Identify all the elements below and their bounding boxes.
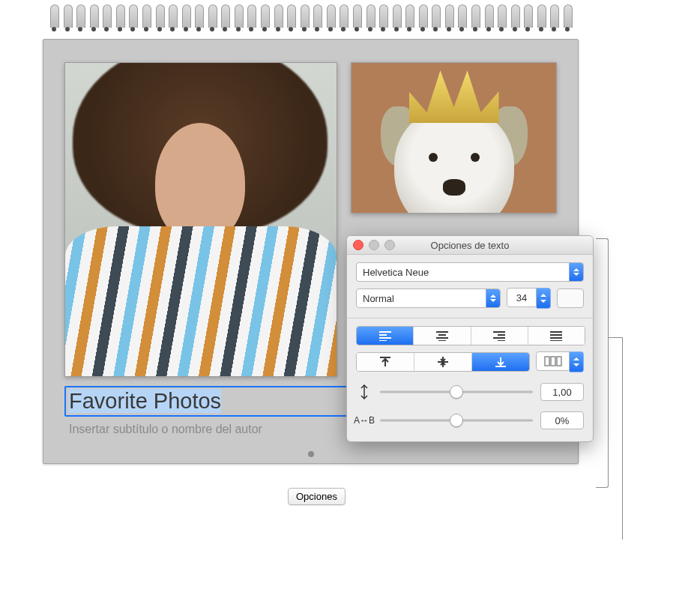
window-minimize-button[interactable] xyxy=(369,240,379,250)
align-right-button[interactable] xyxy=(471,327,528,345)
callout-bracket xyxy=(596,238,609,338)
title-text: Favorite Photos xyxy=(69,389,221,413)
svg-rect-19 xyxy=(545,357,549,366)
align-justify-button[interactable] xyxy=(528,327,585,345)
panel-titlebar[interactable]: Opciones de texto xyxy=(347,236,593,255)
align-left-button[interactable] xyxy=(357,327,413,345)
font-style-value: Normal xyxy=(363,293,394,304)
columns-stepper[interactable] xyxy=(570,351,584,372)
window-close-button[interactable] xyxy=(353,240,363,250)
line-spacing-slider[interactable] xyxy=(380,384,533,399)
spiral-binding xyxy=(43,4,579,39)
font-family-value: Helvetica Neue xyxy=(363,267,429,278)
vertical-align-segment xyxy=(356,352,530,372)
columns-icon xyxy=(544,356,562,366)
svg-rect-20 xyxy=(551,357,555,366)
line-spacing-icon xyxy=(356,384,372,399)
font-size-field[interactable]: 34 xyxy=(507,288,537,307)
photo-secondary[interactable] xyxy=(351,62,557,214)
options-button[interactable]: Opciones xyxy=(288,488,346,505)
photo-main[interactable] xyxy=(64,62,337,377)
tracking-slider[interactable] xyxy=(380,413,533,428)
valign-bottom-button[interactable] xyxy=(471,353,529,371)
tracking-value[interactable]: 0% xyxy=(540,411,584,429)
columns-select[interactable] xyxy=(536,351,584,372)
select-stepper-icon xyxy=(569,263,583,281)
align-center-button[interactable] xyxy=(413,327,470,345)
line-spacing-value[interactable]: 1,00 xyxy=(540,383,584,401)
svg-rect-21 xyxy=(557,357,561,366)
callout-lead xyxy=(622,337,623,540)
separator xyxy=(347,318,593,318)
text-color-swatch[interactable] xyxy=(557,289,584,308)
callout-lead xyxy=(608,337,623,338)
select-stepper-icon xyxy=(486,289,500,307)
valign-top-button[interactable] xyxy=(357,353,414,371)
callout-bracket xyxy=(596,337,609,488)
valign-middle-button[interactable] xyxy=(414,353,471,371)
font-style-select[interactable]: Normal xyxy=(356,289,501,308)
text-options-panel: Opciones de texto Helvetica Neue Normal … xyxy=(346,235,594,442)
horizontal-align-segment xyxy=(356,326,585,345)
window-zoom-button[interactable] xyxy=(384,240,395,250)
font-family-select[interactable]: Helvetica Neue xyxy=(356,262,584,282)
tracking-icon: A↔B xyxy=(356,415,372,426)
page-indicator-dot xyxy=(308,451,314,457)
font-size-stepper[interactable] xyxy=(537,288,551,309)
